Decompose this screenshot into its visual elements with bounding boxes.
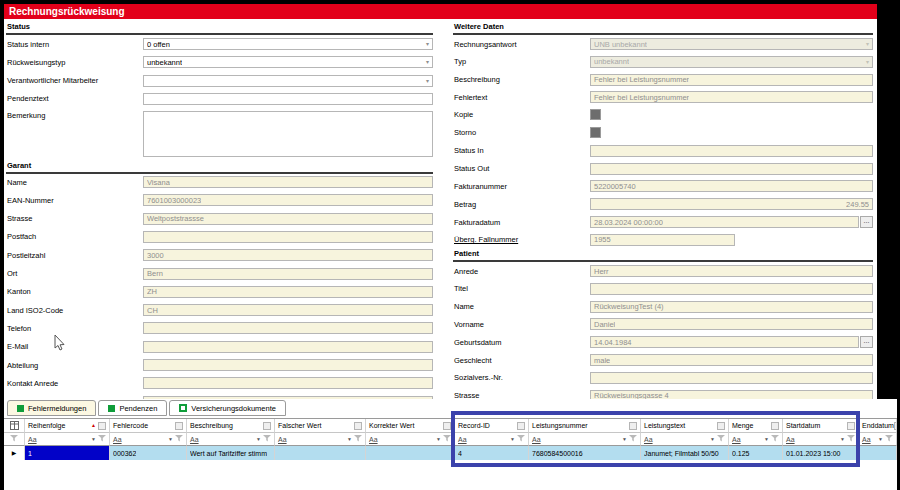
- grid-data-row[interactable]: ▶1000362Wert auf Tarifziffer stimm476805…: [4, 446, 897, 460]
- field-row-land-iso2-code: Land ISO2-CodeCH: [4, 304, 433, 316]
- column-header-beschreibung[interactable]: Beschreibung: [187, 419, 275, 433]
- grid-cell[interactable]: [366, 446, 455, 460]
- tab-versicherungsdokumente[interactable]: Versicherungsdokumente: [169, 400, 286, 416]
- field-value: Bern: [147, 269, 163, 278]
- filter-dropdown-icon[interactable]: ▼: [878, 437, 883, 442]
- input-ort: Bern: [143, 268, 433, 280]
- filter-dropdown-icon[interactable]: ▼: [256, 437, 261, 442]
- column-header-startdatum[interactable]: Startdatum: [783, 419, 859, 433]
- filter-dropdown-icon[interactable]: ▼: [622, 437, 627, 442]
- filter-cell-enddatum[interactable]: Aa▼: [859, 433, 897, 446]
- grid-cell[interactable]: [275, 446, 366, 460]
- filter-cell-fehlercode[interactable]: Aa▼: [110, 433, 187, 446]
- grid-cell[interactable]: 0.125: [729, 446, 783, 460]
- field-value: Visana: [147, 178, 170, 187]
- ellipsis-button[interactable]: ...: [860, 216, 873, 228]
- field-row-status-in: Status In: [451, 145, 873, 157]
- field-row-kopie: Kopie: [451, 109, 873, 120]
- field-label: Kanton: [4, 287, 143, 296]
- column-header-fehlercode[interactable]: Fehlercode: [110, 419, 187, 433]
- filter-edit-cell[interactable]: [4, 433, 25, 446]
- column-header-menge[interactable]: Menge: [729, 419, 783, 433]
- column-header-korrekter-wert[interactable]: Korrekter Wert: [366, 419, 455, 433]
- filter-funnel-icon[interactable]: [771, 435, 779, 443]
- field-label[interactable]: Überg. Fallnummer: [451, 235, 590, 244]
- filter-dropdown-icon[interactable]: ▼: [510, 437, 515, 442]
- column-chooser-cell[interactable]: [4, 419, 25, 433]
- filter-dropdown-icon[interactable]: ▼: [91, 437, 96, 442]
- filter-dropdown-icon[interactable]: ▼: [168, 437, 173, 442]
- grid-cell[interactable]: 4: [455, 446, 529, 460]
- filter-funnel-icon[interactable]: [263, 435, 271, 443]
- input-pendenztext[interactable]: [143, 93, 433, 105]
- grid-cell[interactable]: 000362: [110, 446, 187, 460]
- filter-cell-beschreibung[interactable]: Aa▼: [187, 433, 275, 446]
- filter-cell-reihenfolge[interactable]: Aa▼: [25, 433, 110, 446]
- column-options-icon: [717, 422, 725, 430]
- filter-funnel-icon[interactable]: [629, 435, 637, 443]
- section-divider: [453, 260, 873, 262]
- filter-cell-leistungstext[interactable]: Aa▼: [641, 433, 729, 446]
- filter-cell-leistungsnummer[interactable]: Aa▼: [529, 433, 641, 446]
- field-row-status-intern: Status intern0 offen▾: [4, 38, 433, 50]
- column-header-enddatum[interactable]: Enddatum: [859, 419, 897, 433]
- grid-header-row: Reihenfolge▲FehlercodeBeschreibungFalsch…: [4, 418, 897, 433]
- grid-cell[interactable]: [859, 446, 897, 460]
- row-selector-cell[interactable]: ▶: [4, 446, 25, 460]
- column-header-leistungstext[interactable]: Leistungstext: [641, 419, 729, 433]
- filter-cell-startdatum[interactable]: Aa▼: [783, 433, 859, 446]
- input-e-mail: [143, 341, 433, 353]
- field-row-storno: Storno: [451, 127, 873, 138]
- filter-cell-korrekter-wert[interactable]: Aa▼: [366, 433, 455, 446]
- field-label: Name: [451, 302, 590, 311]
- filter-cell-record-id[interactable]: Aa▼: [455, 433, 529, 446]
- chevron-down-icon: ▾: [426, 78, 429, 84]
- grid-cell[interactable]: 1: [25, 446, 110, 460]
- input-kanton: ZH: [143, 286, 433, 298]
- filter-funnel-icon[interactable]: [443, 435, 451, 443]
- grid-cell[interactable]: 01.01.2023 15:00: [783, 446, 859, 460]
- grid-cell[interactable]: Janumet; Filmtabl 50/50: [641, 446, 729, 460]
- field-row-strasse: StrasseRückweisungsgasse 4: [451, 390, 873, 399]
- dropdown-r-ckweisungstyp[interactable]: unbekannt▾: [143, 56, 433, 68]
- filter-cell-falscher-wert[interactable]: Aa▼: [275, 433, 366, 446]
- filter-funnel-icon[interactable]: [885, 435, 893, 443]
- column-header-label: Reihenfolge: [28, 422, 65, 429]
- column-header-record-id[interactable]: Record-ID: [455, 419, 529, 433]
- field-label: EAN-Nummer: [4, 196, 143, 205]
- grid-options-icon: [10, 421, 19, 431]
- filter-dropdown-icon[interactable]: ▼: [840, 437, 845, 442]
- column-header-label: Leistungsnummer: [532, 422, 588, 429]
- tab-fehlermeldungen[interactable]: Fehlermeldungen: [7, 400, 96, 416]
- column-header-reihenfolge[interactable]: Reihenfolge▲: [25, 419, 110, 433]
- filter-cell-menge[interactable]: Aa▼: [729, 433, 783, 446]
- filter-funnel-icon[interactable]: [98, 435, 106, 443]
- grid-cell[interactable]: Wert auf Tarifziffer stimm: [187, 446, 275, 460]
- filter-dropdown-icon[interactable]: ▼: [436, 437, 441, 442]
- column-header-leistungsnummer[interactable]: Leistungsnummer: [529, 419, 641, 433]
- dropdown-status-intern[interactable]: 0 offen▾: [143, 38, 433, 50]
- dropdown-verantwortlicher-mitarbeiter[interactable]: ▾: [143, 75, 433, 87]
- grid-cell[interactable]: 7680584500016: [529, 446, 641, 460]
- filter-funnel-icon[interactable]: [354, 435, 362, 443]
- ellipsis-button[interactable]: ...: [860, 336, 873, 348]
- filter-funnel-icon[interactable]: [717, 435, 725, 443]
- filter-funnel-icon[interactable]: [175, 435, 183, 443]
- tab-pendenzen[interactable]: Pendenzen: [98, 400, 167, 416]
- row-marker-icon: ▶: [12, 450, 17, 456]
- input-bemerkung[interactable]: [143, 111, 433, 157]
- filter-funnel-icon[interactable]: [847, 435, 855, 443]
- column-header-falscher-wert[interactable]: Falscher Wert: [275, 419, 366, 433]
- field-value: UNB unbekannt: [594, 40, 647, 49]
- input-land-iso2-code: CH: [143, 304, 433, 316]
- filter-dropdown-icon[interactable]: ▼: [347, 437, 352, 442]
- section-divider: [453, 33, 873, 35]
- filter-funnel-icon[interactable]: [517, 435, 525, 443]
- field-label: Fehlertext: [451, 93, 590, 102]
- right-column: Weitere DatenRechnungsantwortUNB unbekan…: [451, 4, 873, 399]
- input-telefon: [143, 322, 433, 334]
- filter-dropdown-icon[interactable]: ▼: [710, 437, 715, 442]
- input-fakturanummer: 5220005740: [590, 180, 873, 192]
- filter-dropdown-icon[interactable]: ▼: [764, 437, 769, 442]
- field-row-anrede: AnredeHerr: [451, 265, 873, 277]
